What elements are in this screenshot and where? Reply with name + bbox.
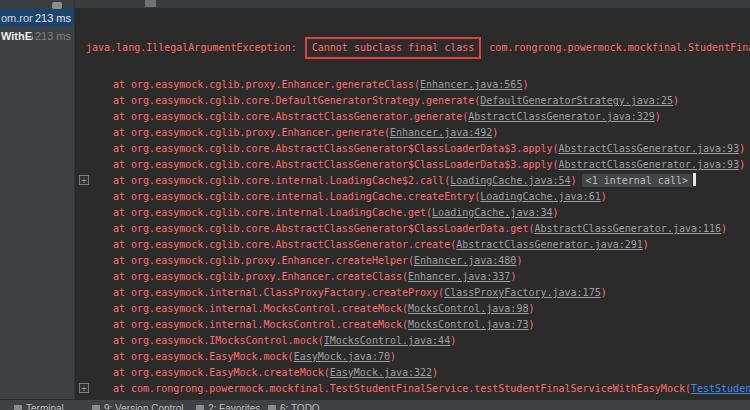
toolwindow-label: 9: Version Control <box>104 403 184 410</box>
stack-frame-row: at org.easymock.EasyMock.mock(EasyMock.j… <box>113 349 750 365</box>
stack-frame-text: at org.easymock.cglib.proxy.Enhancer.gen… <box>113 79 420 90</box>
stack-frame-text: ) <box>721 223 727 234</box>
source-file-link[interactable]: AbstractClassGenerator.java:93 <box>559 143 740 154</box>
stack-frame-text: ) <box>522 79 528 90</box>
test-duration-badge: 213 ms <box>35 30 71 42</box>
text-caret <box>693 173 696 186</box>
fold-toggle-icon[interactable]: + <box>79 175 89 185</box>
run-console-output[interactable]: java.lang.IllegalArgumentException: Cann… <box>75 0 750 399</box>
stack-frame-text: at org.easymock.cglib.proxy.Enhancer.cre… <box>113 271 408 282</box>
stack-frame-text: ) <box>516 255 522 266</box>
stack-frame-row: at org.easymock.cglib.proxy.Enhancer.cre… <box>113 269 750 285</box>
stack-frame-row: at org.easymock.cglib.core.internal.Load… <box>113 189 750 205</box>
stack-frame-text: at org.easymock.internal.MocksControl.cr… <box>113 319 408 330</box>
stack-frame-text: ) <box>528 303 534 314</box>
annotation-highlight-box: Cannot subclass final class <box>305 37 482 59</box>
stack-frame-row: at org.easymock.internal.MocksControl.cr… <box>113 301 750 317</box>
test-tree-item-suite[interactable]: om.ron( 213 ms <box>0 9 74 27</box>
source-file-link[interactable]: AbstractClassGenerator.java:329 <box>468 111 655 122</box>
toolwindow-button[interactable]: Terminal <box>14 403 64 410</box>
source-file-link[interactable]: EasyMock.java:322 <box>330 367 432 378</box>
stack-frame-text: ) <box>643 239 649 250</box>
source-file-link[interactable]: AbstractClassGenerator.java:116 <box>534 223 721 234</box>
stack-frame-row: + at org.easymock.cglib.core.internal.Lo… <box>113 173 750 189</box>
scrollbar-nub[interactable] <box>145 0 156 7</box>
test-tree-panel: om.ron( 213 ms WithEa: 213 ms <box>0 0 75 399</box>
stack-frame-text: ) <box>601 287 607 298</box>
toolwindow-button[interactable]: 6: TODO <box>268 403 320 410</box>
stack-frame-text: at org.easymock.cglib.core.AbstractClass… <box>113 239 456 250</box>
stack-frame-row: at org.easymock.cglib.core.AbstractClass… <box>113 141 750 157</box>
stack-frame-text: ) <box>450 335 456 346</box>
source-file-link[interactable]: AbstractClassGenerator.java:93 <box>559 159 740 170</box>
stack-frame-text: ) <box>739 159 745 170</box>
source-file-link[interactable]: AbstractClassGenerator.java:291 <box>456 239 643 250</box>
stack-frame-text: ) <box>655 111 661 122</box>
toolbar-icon[interactable] <box>52 2 62 9</box>
console-top-strip <box>75 0 750 8</box>
stack-frame-text: ) <box>571 175 577 186</box>
source-file-link[interactable]: IMocksControl.java:44 <box>324 335 450 346</box>
source-file-link[interactable]: Enhancer.java:337 <box>408 271 510 282</box>
stack-frame-row: at org.easymock.cglib.core.DefaultGenera… <box>113 93 750 109</box>
toolwindow-label: 2: Favorites <box>208 403 260 410</box>
exception-message-line: java.lang.IllegalArgumentException: Cann… <box>86 37 750 59</box>
stack-frame-text: ) <box>390 351 396 362</box>
test-name-label: WithEa: <box>1 30 33 42</box>
stack-frame-text: at org.easymock.cglib.core.AbstractClass… <box>113 223 534 234</box>
stack-frame-row: at org.easymock.EasyMock.createMock(Easy… <box>113 365 750 381</box>
source-file-link[interactable]: Enhancer.java:480 <box>414 255 516 266</box>
toolwindow-icon <box>92 405 100 410</box>
stack-frame-text: ) <box>492 127 498 138</box>
source-file-link[interactable]: Enhancer.java:565 <box>420 79 522 90</box>
folded-calls-chip[interactable]: <1 internal call> <box>582 174 692 187</box>
stack-frame-row: at org.easymock.cglib.core.AbstractClass… <box>113 237 750 253</box>
stack-frame-text: ) <box>673 95 679 106</box>
stack-frame-row: at org.easymock.cglib.core.internal.Load… <box>113 205 750 221</box>
stack-frame-text: at org.easymock.cglib.core.DefaultGenera… <box>113 95 480 106</box>
stack-frame-text: at org.easymock.EasyMock.mock( <box>113 351 294 362</box>
stack-frame-text: at org.easymock.internal.ClassProxyFacto… <box>113 287 444 298</box>
stack-frame-text: at org.easymock.cglib.core.AbstractClass… <box>113 143 559 154</box>
source-file-link[interactable]: LoadingCache.java:34 <box>432 207 552 218</box>
stack-frame-text: at com.rongrong.powermock.mockfinal.Test… <box>113 383 691 394</box>
source-file-link[interactable]: DefaultGeneratorStrategy.java:25 <box>480 95 673 106</box>
stack-frame-text: at org.easymock.cglib.proxy.Enhancer.gen… <box>113 127 390 138</box>
toolwindow-icon <box>14 405 22 410</box>
stack-frame-row: at org.easymock.cglib.core.AbstractClass… <box>113 109 750 125</box>
stack-frame-text: at org.easymock.cglib.core.AbstractClass… <box>113 111 468 122</box>
stack-frame-text: ) <box>528 319 534 330</box>
stack-frame-text: at org.easymock.EasyMock.createMock( <box>113 367 330 378</box>
stack-frame-text: at org.easymock.IMocksControl.mock( <box>113 335 324 346</box>
toolwindow-button[interactable]: 2: Favorites <box>196 403 260 410</box>
toolwindow-button[interactable]: 9: Version Control <box>92 403 184 410</box>
test-panel-toolbar <box>0 0 74 9</box>
stack-frame-row: at org.easymock.cglib.core.AbstractClass… <box>113 221 750 237</box>
stack-frame-text: at org.easymock.cglib.core.internal.Load… <box>113 175 450 186</box>
stack-frame-row: at org.easymock.cglib.core.AbstractClass… <box>113 157 750 173</box>
toolwindow-label: Terminal <box>26 403 64 410</box>
test-tree-item-case[interactable]: WithEa: 213 ms <box>0 27 74 45</box>
stack-frame-row: at org.easymock.cglib.proxy.Enhancer.gen… <box>113 77 750 93</box>
source-file-link[interactable]: LoadingCache.java:54 <box>450 175 570 186</box>
fold-toggle-icon[interactable]: + <box>79 383 89 393</box>
stack-frame-row: at org.easymock.cglib.proxy.Enhancer.cre… <box>113 253 750 269</box>
exception-class-text: java.lang.IllegalArgumentException: <box>86 42 297 53</box>
stack-frame-row: at org.easymock.internal.ClassProxyFacto… <box>113 285 750 301</box>
source-file-link[interactable]: Enhancer.java:492 <box>390 127 492 138</box>
source-file-link[interactable]: LoadingCache.java:61 <box>480 191 600 202</box>
source-file-link[interactable]: EasyMock.java:70 <box>294 351 390 362</box>
exception-target-class-text: com.rongrong.powermock.mockfinal.Student… <box>489 42 750 53</box>
stack-frame-text: at org.easymock.internal.MocksControl.cr… <box>113 303 408 314</box>
source-file-link[interactable]: MocksControl.java:98 <box>408 303 528 314</box>
source-file-link[interactable]: TestStudentFinalService.java <box>691 383 750 394</box>
stack-frame-text: ) <box>510 271 516 282</box>
source-file-link[interactable]: ClassProxyFactory.java:175 <box>444 287 601 298</box>
stack-frame-row: + at com.rongrong.powermock.mockfinal.Te… <box>113 381 750 397</box>
stack-trace: at org.easymock.cglib.proxy.Enhancer.gen… <box>75 77 750 397</box>
toolwindow-label: 6: TODO <box>280 403 320 410</box>
stack-frame-row: at org.easymock.internal.MocksControl.cr… <box>113 317 750 333</box>
stack-frame-text: ) <box>601 191 607 202</box>
source-file-link[interactable]: MocksControl.java:73 <box>408 319 528 330</box>
stack-frame-text: ) <box>432 367 438 378</box>
